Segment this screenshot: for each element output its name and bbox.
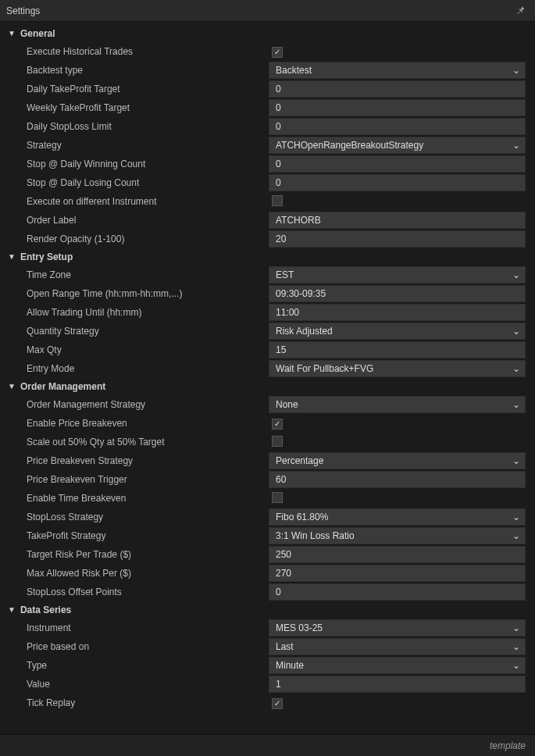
input-max-risk[interactable]	[269, 565, 526, 582]
label-stop-lose: Stop @ Daily Losing Count	[3, 177, 269, 188]
row-entry-mode: Entry Mode Wait For Pullback+FVG⌄	[3, 359, 529, 378]
input-stop-lose[interactable]	[269, 174, 526, 191]
footer: template	[0, 734, 535, 756]
label-type: Type	[3, 660, 269, 671]
label-until: Allow Trading Until (hh:mm)	[3, 307, 269, 318]
row-weekly-tp: Weekly TakeProfit Target	[3, 98, 529, 117]
row-en-pb: Enable Price Breakeven	[3, 414, 529, 433]
select-om-strat[interactable]: None⌄	[269, 396, 526, 413]
label-order-label: Order Label	[3, 215, 269, 226]
row-daily-sl: Daily StopLoss Limit	[3, 117, 529, 136]
row-en-tb: Enable Time Breakeven	[3, 489, 529, 508]
input-order-label[interactable]	[269, 212, 526, 229]
label-tz: Time Zone	[3, 269, 269, 280]
input-max-qty[interactable]	[269, 341, 526, 358]
label-strategy: Strategy	[3, 140, 269, 151]
row-scale: Scale out 50% Qty at 50% Target	[3, 433, 529, 451]
label-entry-mode: Entry Mode	[3, 363, 269, 374]
select-tp-strat[interactable]: 3:1 Win Loss Ratio⌄	[269, 527, 526, 544]
section-general-header[interactable]: ▼ General	[3, 25, 529, 42]
input-daily-tp[interactable]	[269, 80, 526, 98]
section-general-title: General	[20, 28, 55, 39]
label-tgt-risk: Target Risk Per Trade ($)	[3, 549, 269, 560]
pin-icon[interactable]: 📌︎	[512, 3, 529, 18]
row-stop-win: Stop @ Daily Winning Count	[3, 155, 529, 173]
row-pb-trig: Price Breakeven Trigger	[3, 470, 529, 489]
row-tgt-risk: Target Risk Per Trade ($)	[3, 545, 529, 564]
input-stop-win[interactable]	[269, 155, 526, 173]
input-weekly-tp[interactable]	[269, 99, 526, 116]
input-pb-trig[interactable]	[269, 471, 526, 488]
label-en-tb: Enable Time Breakeven	[3, 493, 269, 504]
label-price-based: Price based on	[3, 641, 269, 652]
input-value[interactable]	[269, 676, 526, 693]
select-backtest-type[interactable]: Backtest⌄	[269, 62, 526, 79]
input-tgt-risk[interactable]	[269, 546, 526, 563]
label-instrument: Instrument	[3, 622, 269, 633]
row-om-strat: Order Management Strategy None⌄	[3, 395, 529, 414]
label-om-strat: Order Management Strategy	[3, 399, 269, 410]
select-entry-mode[interactable]: Wait For Pullback+FVG⌄	[269, 360, 526, 377]
checkbox-en-pb[interactable]	[272, 419, 283, 430]
select-price-based[interactable]: Last⌄	[269, 638, 526, 655]
chevron-down-icon: ⌄	[512, 641, 520, 652]
select-tz[interactable]: EST⌄	[269, 266, 526, 284]
checkbox-exec-diff[interactable]	[272, 195, 283, 206]
checkbox-exec-hist[interactable]	[272, 47, 283, 58]
row-pb-strat: Price Breakeven Strategy Percentage⌄	[3, 451, 529, 470]
label-max-qty: Max Qty	[3, 344, 269, 355]
label-pb-trig: Price Breakeven Trigger	[3, 474, 269, 485]
label-qty-strat: Quantity Strategy	[3, 326, 269, 337]
label-daily-tp: Daily TakeProfit Target	[3, 84, 269, 94]
input-ort[interactable]	[269, 285, 526, 302]
input-opacity[interactable]	[269, 230, 526, 248]
select-type[interactable]: Minute⌄	[269, 657, 526, 674]
checkbox-scale[interactable]	[272, 436, 283, 447]
label-sl-strat: StopLoss Strategy	[3, 512, 269, 522]
label-sl-off: StopLoss Offset Points	[3, 587, 269, 597]
row-exec-hist: Execute Historical Trades	[3, 42, 529, 61]
label-ort: Open Range Time (hh:mm-hh:mm,...)	[3, 288, 269, 299]
label-scale: Scale out 50% Qty at 50% Target	[3, 437, 269, 448]
chevron-down-icon: ▼	[8, 605, 16, 614]
row-tz: Time Zone EST⌄	[3, 266, 529, 284]
select-strategy[interactable]: ATCHOpenRangeBreakoutStrategy⌄	[269, 137, 526, 154]
row-price-based: Price based on Last⌄	[3, 637, 529, 656]
label-exec-diff: Execute on different Instrument	[3, 196, 269, 207]
checkbox-en-tb[interactable]	[272, 492, 283, 503]
chevron-down-icon: ⌄	[512, 326, 520, 337]
select-sl-strat[interactable]: Fibo 61.80%⌄	[269, 508, 526, 526]
row-sl-strat: StopLoss Strategy Fibo 61.80%⌄	[3, 508, 529, 526]
chevron-down-icon: ⌄	[512, 65, 520, 76]
titlebar: Settings 📌︎	[0, 0, 535, 22]
section-data-header[interactable]: ▼ Data Series	[3, 601, 529, 619]
row-tp-strat: TakeProfit Strategy 3:1 Win Loss Ratio⌄	[3, 526, 529, 545]
section-entry-header[interactable]: ▼ Entry Setup	[3, 248, 529, 266]
select-instrument[interactable]: MES 03-25⌄	[269, 619, 526, 637]
input-daily-sl[interactable]	[269, 118, 526, 135]
section-entry-title: Entry Setup	[20, 251, 73, 262]
label-weekly-tp: Weekly TakeProfit Target	[3, 102, 269, 113]
chevron-down-icon: ⌄	[512, 512, 520, 522]
input-sl-off[interactable]	[269, 583, 526, 601]
section-order-header[interactable]: ▼ Order Management	[3, 378, 529, 395]
settings-content: ▼ General Execute Historical Trades Back…	[0, 22, 535, 734]
chevron-down-icon: ⌄	[512, 140, 520, 151]
select-pb-strat[interactable]: Percentage⌄	[269, 452, 526, 469]
label-tp-strat: TakeProfit Strategy	[3, 530, 269, 541]
label-tick-replay: Tick Replay	[3, 697, 269, 708]
label-exec-hist: Execute Historical Trades	[3, 46, 269, 57]
chevron-down-icon: ▼	[8, 382, 16, 390]
row-opacity: Render Opacity (1-100)	[3, 230, 529, 248]
label-backtest-type: Backtest type	[3, 65, 269, 76]
select-qty-strat[interactable]: Risk Adjusted⌄	[269, 323, 526, 340]
row-ort: Open Range Time (hh:mm-hh:mm,...)	[3, 284, 529, 303]
label-value: Value	[3, 679, 269, 690]
checkbox-tick-replay[interactable]	[272, 698, 283, 709]
input-until[interactable]	[269, 304, 526, 321]
row-max-qty: Max Qty	[3, 341, 529, 359]
label-max-risk: Max Allowed Risk Per ($)	[3, 568, 269, 579]
row-sl-off: StopLoss Offset Points	[3, 583, 529, 601]
template-link[interactable]: template	[490, 740, 526, 751]
label-daily-sl: Daily StopLoss Limit	[3, 121, 269, 132]
